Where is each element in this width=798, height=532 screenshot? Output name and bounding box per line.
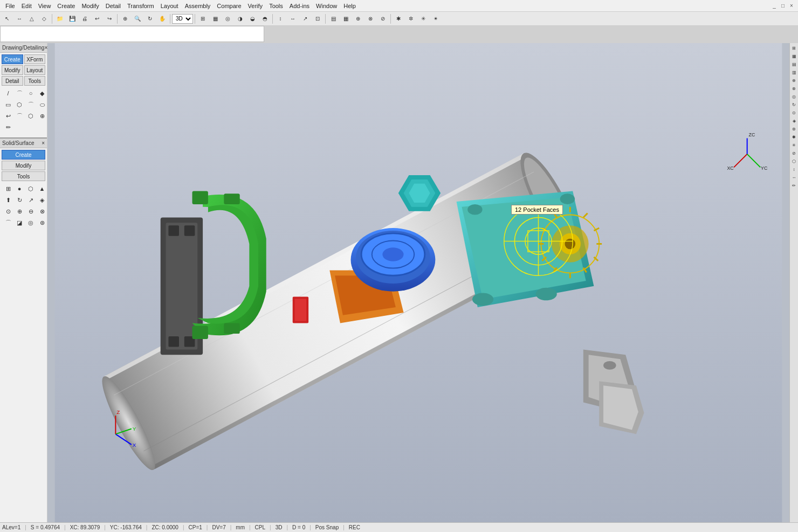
draw-arc-icon[interactable]: ⌒ [14, 88, 25, 99]
solid-fillet-icon[interactable]: ⌒ [3, 217, 13, 228]
tb-obj2[interactable]: ◑ [234, 13, 246, 25]
tb-layer3[interactable]: ⊕ [352, 13, 364, 25]
tb-zoom-in[interactable]: 🔍 [132, 13, 143, 25]
xform-btn[interactable]: XForm [24, 54, 46, 64]
solid-cham-icon[interactable]: ◪ [14, 217, 25, 228]
detail-btn[interactable]: Detail [2, 76, 23, 86]
search-input[interactable] [1, 26, 264, 42]
menu-help[interactable]: Help [340, 2, 359, 10]
tb-dim4[interactable]: ⊡ [312, 13, 324, 25]
menu-layout[interactable]: Layout [157, 2, 182, 10]
tb-rotate[interactable]: ↻ [144, 13, 156, 25]
solid-bool-icon[interactable]: ⊕ [14, 206, 25, 217]
draw-poly-icon[interactable]: ⬡ [14, 99, 25, 110]
menu-verify[interactable]: Verify [245, 2, 266, 10]
menu-assembly[interactable]: Assembly [182, 2, 214, 10]
tb-misc4[interactable]: ✴ [430, 13, 442, 25]
viewport[interactable]: X Y Z XC YC ZC 12 Pocket Faces [47, 43, 789, 522]
rt-btn-10[interactable]: ◈ [790, 117, 798, 125]
tb-obj3[interactable]: ◒ [246, 13, 258, 25]
solid-create-btn[interactable]: Create [2, 150, 45, 160]
rt-btn-6[interactable]: ⊗ [790, 85, 798, 92]
rt-btn-18[interactable]: ✏ [790, 182, 798, 189]
rt-btn-8[interactable]: ↻ [790, 101, 798, 108]
solid-boss-icon[interactable]: ⊛ [37, 217, 47, 228]
tb-save[interactable]: 💾 [66, 13, 78, 25]
tb-print[interactable]: 🖨 [79, 13, 91, 25]
solid-rev-icon[interactable]: ↻ [14, 195, 25, 205]
draw-offset-icon[interactable]: ⊕ [37, 110, 47, 121]
tb-obj4[interactable]: ◓ [259, 13, 271, 25]
solid-cyl-icon[interactable]: ⬡ [25, 183, 36, 194]
solid-shell-icon[interactable]: ⊙ [3, 206, 13, 217]
menu-window[interactable]: Window [313, 2, 340, 10]
solid-modify-btn[interactable]: Modify [2, 161, 45, 170]
rt-btn-5[interactable]: ⊕ [790, 77, 798, 84]
create-btn[interactable]: Create [2, 54, 23, 64]
rt-btn-2[interactable]: ▦ [790, 52, 798, 60]
menu-file[interactable]: File [2, 2, 18, 10]
menu-modify[interactable]: Modify [78, 2, 102, 10]
solid-box-icon[interactable]: ⊞ [3, 183, 13, 194]
tb-layer1[interactable]: ▤ [327, 13, 339, 25]
close-button[interactable]: × [787, 2, 796, 10]
tb-dim[interactable]: ↕ [274, 13, 286, 25]
rt-btn-3[interactable]: ▤ [790, 60, 798, 68]
tb-obj1[interactable]: ◎ [222, 13, 233, 25]
menu-create[interactable]: Create [54, 2, 78, 10]
draw-rect-icon[interactable]: ▭ [3, 99, 13, 110]
maximize-button[interactable]: □ [779, 2, 787, 10]
view-combo[interactable]: 3D 2D [172, 14, 193, 24]
solid-sweep-icon[interactable]: ↗ [25, 195, 36, 205]
tb-diam[interactable]: ◇ [38, 13, 50, 25]
draw-circle-icon[interactable]: ○ [25, 88, 36, 99]
menu-detail[interactable]: Detail [102, 2, 124, 10]
draw-chamfer-icon[interactable]: ⬡ [25, 110, 36, 121]
layout-btn[interactable]: Layout [24, 65, 46, 75]
tools-btn[interactable]: Tools [24, 76, 46, 86]
menu-view[interactable]: View [35, 2, 54, 10]
tb-open[interactable]: 📁 [54, 13, 66, 25]
rt-btn-7[interactable]: ◎ [790, 93, 798, 100]
tb-pan[interactable]: ↔ [13, 13, 25, 25]
solid-sub-icon[interactable]: ⊖ [25, 206, 36, 217]
tb-tri[interactable]: △ [26, 13, 38, 25]
menu-edit[interactable]: Edit [18, 2, 35, 10]
solid-hole-icon[interactable]: ◎ [25, 217, 36, 228]
tb-misc2[interactable]: ✲ [405, 13, 417, 25]
draw-line-icon[interactable]: / [3, 88, 13, 99]
rt-btn-15[interactable]: ⬡ [790, 157, 798, 165]
tb-misc3[interactable]: ✳ [417, 13, 429, 25]
rt-btn-13[interactable]: ✳ [790, 141, 798, 149]
draw-spline-icon[interactable]: ⌒ [25, 99, 36, 110]
tb-undo[interactable]: ↩ [91, 13, 103, 25]
draw-point-icon[interactable]: ◆ [37, 88, 47, 99]
rt-btn-17[interactable]: ↔ [790, 174, 798, 181]
tb-select[interactable]: ↖ [1, 13, 13, 25]
solid-ext-icon[interactable]: ⬆ [3, 195, 13, 205]
tb-dim2[interactable]: ↔ [287, 13, 299, 25]
tb-redo[interactable]: ↪ [104, 13, 115, 25]
draw-pen-icon[interactable]: ✏ [3, 122, 13, 133]
tb-grid[interactable]: ▦ [209, 13, 221, 25]
tb-layer2[interactable]: ▦ [340, 13, 352, 25]
solid-int-icon[interactable]: ⊗ [37, 206, 47, 217]
solid-tools-btn[interactable]: Tools [2, 171, 45, 181]
solid-loft-icon[interactable]: ◈ [37, 195, 47, 205]
draw-ellipse-icon[interactable]: ⬭ [37, 99, 47, 110]
menu-tools[interactable]: Tools [266, 2, 286, 10]
rt-btn-1[interactable]: ⊞ [790, 44, 798, 52]
menu-addins[interactable]: Add-ins [286, 2, 313, 10]
rt-btn-14[interactable]: ⊘ [790, 149, 798, 157]
solid-cone-icon[interactable]: ▲ [37, 183, 47, 194]
modify-btn[interactable]: Modify [2, 65, 23, 75]
draw-fillet-icon[interactable]: ⌒ [14, 110, 25, 121]
rt-btn-9[interactable]: ⊙ [790, 109, 798, 116]
tb-pan2[interactable]: ✋ [156, 13, 168, 25]
tb-zoom-fit[interactable]: ⊕ [119, 13, 131, 25]
menu-compare[interactable]: Compare [214, 2, 244, 10]
rt-btn-11[interactable]: ⊛ [790, 125, 798, 133]
tb-layer5[interactable]: ⊘ [377, 13, 389, 25]
draw-curve-icon[interactable]: ↩ [3, 110, 13, 121]
rt-btn-12[interactable]: ✱ [790, 133, 798, 141]
